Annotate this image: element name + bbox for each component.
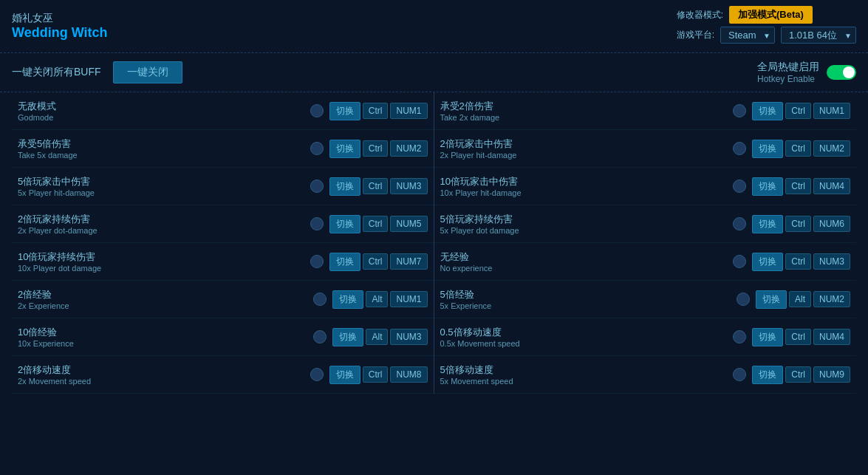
header-controls: 修改器模式: 加强模式(Beta) 游戏平台: Steam GOG Epic 1… — [677, 6, 856, 47]
version-select-wrapper: 1.01B 64位 1.00 64位 — [781, 27, 856, 44]
hotkey-key2-left-7[interactable]: NUM8 — [390, 366, 427, 383]
toggle-left-0[interactable] — [310, 104, 324, 117]
hotkey-switch-btn-left-6[interactable]: 切换 — [332, 328, 363, 346]
cheat-name-zh-right-2: 10倍玩家击中伤害 — [440, 175, 728, 188]
hotkey-key2-right-6[interactable]: NUM4 — [813, 329, 850, 345]
hotkey-switch-btn-right-7[interactable]: 切换 — [752, 366, 783, 384]
hotkey-key1-left-7[interactable]: Ctrl — [363, 366, 389, 383]
hotkey-key1-right-3[interactable]: Ctrl — [785, 216, 811, 232]
hotkey-switch-btn-left-3[interactable]: 切换 — [329, 215, 360, 233]
hotkey-key1-right-5[interactable]: Alt — [789, 291, 811, 307]
hotkey-key1-left-5[interactable]: Alt — [366, 291, 388, 307]
hotkey-key1-right-2[interactable]: Ctrl — [785, 178, 811, 194]
toggle-right-1[interactable] — [733, 142, 746, 155]
cheat-names-right-2: 10倍玩家击中伤害10x Player hit-damage — [440, 175, 728, 197]
cheat-name-en-left-5: 2x Experience — [18, 301, 307, 310]
hotkey-key2-left-5[interactable]: NUM1 — [390, 291, 427, 307]
toggle-left-4[interactable] — [310, 255, 324, 268]
toggle-right-0[interactable] — [733, 104, 746, 117]
cheat-name-en-left-7: 2x Movement speed — [18, 377, 304, 386]
toggle-left-3[interactable] — [310, 217, 324, 230]
hotkey-switch-btn-right-2[interactable]: 切换 — [752, 177, 783, 196]
hotkey-key2-right-0[interactable]: NUM1 — [813, 103, 850, 119]
toggle-left-1[interactable] — [310, 142, 324, 155]
hotkey-switch-btn-right-4[interactable]: 切换 — [752, 253, 783, 271]
hotkey-key1-left-2[interactable]: Ctrl — [363, 178, 389, 194]
hotkey-key2-left-0[interactable]: NUM1 — [390, 103, 427, 119]
hotkey-key2-left-2[interactable]: NUM3 — [390, 178, 427, 194]
title-zh: 婚礼女巫 — [12, 12, 108, 25]
hotkey-key1-left-4[interactable]: Ctrl — [363, 253, 389, 270]
cheat-name-zh-right-3: 5倍玩家持续伤害 — [440, 213, 728, 226]
cheat-name-en-left-3: 2x Player dot-damage — [18, 226, 304, 235]
cheat-name-zh-left-0: 无敌模式 — [18, 100, 304, 113]
cheat-item-left-6: 10倍经验10x Experience切换AltNUM3 — [12, 318, 434, 356]
hotkey-key2-left-3[interactable]: NUM5 — [390, 216, 427, 232]
hotkey-buttons-right-0: 切换CtrlNUM1 — [752, 102, 850, 120]
hotkey-key2-right-1[interactable]: NUM2 — [813, 140, 850, 157]
hotkey-buttons-right-5: 切换AltNUM2 — [756, 290, 850, 309]
hotkey-switch-btn-left-0[interactable]: 切换 — [329, 102, 360, 120]
toggle-right-4[interactable] — [733, 255, 746, 268]
hotkey-key2-right-3[interactable]: NUM6 — [813, 216, 850, 232]
mode-row: 修改器模式: 加强模式(Beta) 游戏平台: Steam GOG Epic 1… — [677, 6, 856, 47]
cheat-names-left-0: 无敌模式Godmode — [18, 100, 304, 122]
cheat-item-right-1: 2倍玩家击中伤害2x Player hit-damage切换CtrlNUM2 — [434, 130, 857, 168]
hotkey-switch-btn-right-0[interactable]: 切换 — [752, 102, 783, 120]
hotkey-switch-btn-left-7[interactable]: 切换 — [329, 366, 360, 384]
hotkey-key2-right-7[interactable]: NUM9 — [813, 366, 850, 383]
hotkey-buttons-left-0: 切换CtrlNUM1 — [329, 102, 428, 120]
hotkey-switch-btn-left-2[interactable]: 切换 — [329, 177, 360, 196]
cheat-item-right-0: 承受2倍伤害Take 2x damage切换CtrlNUM1 — [434, 92, 857, 130]
hotkey-switch-btn-left-1[interactable]: 切换 — [329, 140, 360, 158]
hotkey-key2-left-1[interactable]: NUM2 — [390, 140, 427, 157]
hotkey-switch-btn-left-4[interactable]: 切换 — [329, 253, 360, 271]
hotkey-switch-btn-right-3[interactable]: 切换 — [752, 215, 783, 233]
hotkey-key1-left-0[interactable]: Ctrl — [363, 103, 389, 119]
cheat-item-left-3: 2倍玩家持续伤害2x Player dot-damage切换CtrlNUM5 — [12, 205, 434, 243]
toggle-left-5[interactable] — [313, 293, 327, 306]
hotkey-switch-btn-right-5[interactable]: 切换 — [756, 290, 787, 309]
hotkey-key1-right-4[interactable]: Ctrl — [785, 253, 811, 270]
hotkey-key2-right-2[interactable]: NUM4 — [813, 178, 850, 194]
cheat-names-left-5: 2倍经验2x Experience — [18, 288, 307, 310]
toolbar: 一键关闭所有BUFF 一键关闭 全局热键启用 Hotkey Enable — [0, 53, 868, 92]
toggle-right-6[interactable] — [733, 330, 746, 344]
hotkey-key1-right-6[interactable]: Ctrl — [785, 329, 811, 345]
close-all-button[interactable]: 一键关闭 — [113, 61, 182, 83]
toggle-right-5[interactable] — [737, 293, 750, 306]
cheat-item-left-0: 无敌模式Godmode切换CtrlNUM1 — [12, 92, 434, 130]
cheat-name-zh-right-6: 0.5倍移动速度 — [440, 326, 728, 339]
hotkey-switch-btn-right-6[interactable]: 切换 — [752, 328, 783, 346]
cheat-names-right-6: 0.5倍移动速度0.5x Movement speed — [440, 326, 728, 348]
hotkey-key2-left-4[interactable]: NUM7 — [390, 253, 427, 270]
hotkey-key2-left-6[interactable]: NUM3 — [390, 329, 427, 345]
hotkey-key1-right-0[interactable]: Ctrl — [785, 103, 811, 119]
hotkey-toggle[interactable] — [827, 65, 856, 80]
cheat-item-right-6: 0.5倍移动速度0.5x Movement speed切换CtrlNUM4 — [434, 318, 857, 356]
cheat-name-en-right-7: 5x Movement speed — [440, 377, 728, 386]
cheat-name-en-left-2: 5x Player hit-damage — [18, 188, 304, 197]
hotkey-key1-left-1[interactable]: Ctrl — [363, 140, 389, 157]
toggle-right-2[interactable] — [733, 180, 746, 193]
hotkey-key1-right-7[interactable]: Ctrl — [785, 366, 811, 383]
hotkey-key1-left-3[interactable]: Ctrl — [363, 216, 389, 232]
platform-select[interactable]: Steam GOG Epic — [720, 27, 775, 44]
toggle-left-6[interactable] — [313, 330, 327, 344]
hotkey-switch-btn-right-1[interactable]: 切换 — [752, 140, 783, 158]
hotkey-key1-left-6[interactable]: Alt — [366, 329, 388, 345]
hotkey-buttons-left-7: 切换CtrlNUM8 — [329, 366, 428, 384]
hotkey-buttons-left-1: 切换CtrlNUM2 — [329, 140, 428, 158]
hotkey-buttons-left-3: 切换CtrlNUM5 — [329, 215, 428, 233]
hotkey-switch-btn-left-5[interactable]: 切换 — [332, 290, 363, 309]
hotkey-key2-right-4[interactable]: NUM3 — [813, 253, 850, 270]
version-select[interactable]: 1.01B 64位 1.00 64位 — [781, 27, 856, 44]
toggle-right-7[interactable] — [733, 368, 746, 381]
mode-button[interactable]: 加强模式(Beta) — [729, 6, 813, 24]
toggle-right-3[interactable] — [733, 217, 746, 230]
hotkey-key1-right-1[interactable]: Ctrl — [785, 140, 811, 157]
cheat-name-en-right-1: 2x Player hit-damage — [440, 151, 728, 160]
toggle-left-7[interactable] — [310, 368, 324, 381]
toggle-left-2[interactable] — [310, 180, 324, 193]
hotkey-key2-right-5[interactable]: NUM2 — [813, 291, 850, 307]
